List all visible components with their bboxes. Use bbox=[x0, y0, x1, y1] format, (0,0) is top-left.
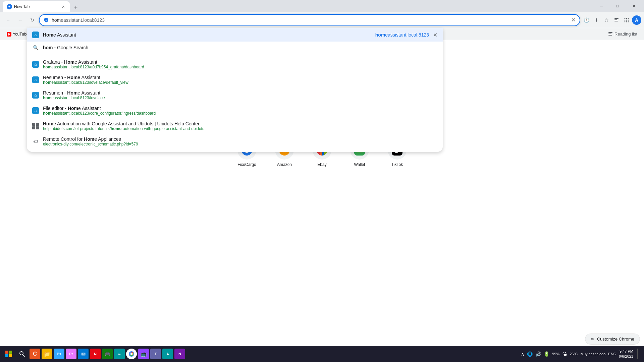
taskbar-gamepass[interactable]: 🎮 bbox=[102, 349, 113, 359]
taskbar-chrome[interactable] bbox=[126, 349, 137, 359]
network-icon[interactable]: 🌐 bbox=[527, 351, 533, 357]
omni-remote-url: electronics-diy.com/electronic_schematic… bbox=[43, 142, 437, 146]
battery-percent: 99% bbox=[552, 352, 559, 356]
taskbar: C 📁 Ps Pr ✉ N 🎮 ∞ 📺 T A bbox=[0, 346, 644, 362]
omnibox-dropdown: Home Assistant homeassistant.local:8123 … bbox=[27, 28, 443, 152]
reading-list-button[interactable]: Reading list bbox=[605, 30, 640, 38]
svg-rect-13 bbox=[608, 34, 611, 34]
shortcut-ebay-label: Ebay bbox=[317, 162, 326, 167]
taskbar-premiere[interactable]: Pr bbox=[66, 349, 76, 359]
taskbar-file-explorer[interactable]: 📁 bbox=[42, 349, 52, 359]
close-button[interactable]: ✕ bbox=[626, 1, 641, 11]
taskbar-netflix[interactable]: N bbox=[90, 349, 101, 359]
omni-ha-icon-fileeditor bbox=[32, 107, 39, 114]
svg-point-9 bbox=[625, 21, 626, 22]
reading-list-label: Reading list bbox=[614, 32, 637, 37]
omni-search-text: hom - Google Search bbox=[43, 45, 437, 50]
system-tray-expand[interactable]: ∧ bbox=[521, 351, 524, 357]
omni-selected-item[interactable]: Home Assistant homeassistant.local:8123 … bbox=[27, 28, 443, 42]
volume-icon[interactable]: 🔊 bbox=[535, 351, 541, 357]
bookmark-youtube-label: YouTube bbox=[13, 32, 29, 37]
reading-list-icon[interactable] bbox=[612, 15, 621, 25]
svg-point-10 bbox=[626, 21, 627, 22]
omni-item-homeauto[interactable]: Home Automation with Google Assistant an… bbox=[27, 118, 443, 134]
downloads-icon[interactable]: ⬇ bbox=[592, 15, 601, 25]
clock-date: 9/6/2021 bbox=[619, 354, 633, 359]
completion-text: eassistant.local:8123 bbox=[61, 17, 105, 23]
shortcut-tiktok-label: TikTok bbox=[391, 162, 403, 167]
address-bar[interactable]: homeassistant.local:8123 ✕ bbox=[39, 14, 580, 26]
omni-close-button[interactable]: ✕ bbox=[433, 32, 437, 38]
tab-favicon: ✦ bbox=[7, 4, 12, 9]
taskbar-onenote[interactable]: N bbox=[174, 349, 185, 359]
omni-item-resumen1[interactable]: Resumen - Home Assistant homeassistant.l… bbox=[27, 72, 443, 87]
new-tab-button[interactable]: + bbox=[71, 3, 80, 12]
window-controls: ─ □ ✕ bbox=[594, 1, 641, 11]
omni-ha-icon-resumen1 bbox=[32, 76, 39, 83]
omni-grafana-title: Grafana - Home Assistant bbox=[43, 59, 437, 65]
tab-close-button[interactable]: ✕ bbox=[60, 4, 66, 9]
history-icon[interactable]: 🕐 bbox=[582, 15, 591, 25]
battery-icon[interactable]: 🔋 bbox=[544, 351, 549, 357]
bookmarks-icon[interactable]: ☆ bbox=[602, 15, 611, 25]
svg-point-8 bbox=[628, 19, 629, 20]
address-clear-button[interactable]: ✕ bbox=[571, 17, 576, 23]
taskbar-twitch[interactable]: 📺 bbox=[138, 349, 149, 359]
address-text[interactable]: homeassistant.local:8123 bbox=[52, 17, 569, 23]
taskbar-search-button[interactable] bbox=[16, 348, 28, 360]
apps-icon[interactable] bbox=[622, 15, 631, 25]
taskbar-cortana[interactable]: C bbox=[30, 349, 40, 359]
omni-grafana-url: homeassistant.local:8123/a0d7b954_grafan… bbox=[43, 65, 437, 69]
customize-chrome-button[interactable]: ✏ Customize Chrome bbox=[585, 334, 640, 345]
taskbar-arduino[interactable]: ∞ bbox=[114, 349, 125, 359]
omni-fileeditor-url: homeassistant.local:8123/core_configurat… bbox=[43, 111, 437, 116]
omni-item-resumen2[interactable]: Resumen - Home Assistant homeassistant.l… bbox=[27, 87, 443, 103]
start-button[interactable] bbox=[3, 348, 15, 360]
omni-selected-url: homeassistant.local:8123 bbox=[375, 32, 429, 38]
forward-button[interactable]: → bbox=[15, 15, 25, 25]
svg-point-3 bbox=[625, 18, 626, 19]
weather-temp: 26°C bbox=[570, 352, 578, 356]
svg-line-22 bbox=[23, 355, 24, 356]
svg-rect-18 bbox=[9, 351, 12, 354]
omni-resumen2-title: Resumen - Home Assistant bbox=[43, 90, 437, 96]
shortcut-amazon-label: Amazon bbox=[277, 162, 292, 167]
omni-item-remotecontrol[interactable]: 🏷 Remote Control for Home Appliances ele… bbox=[27, 134, 443, 149]
svg-point-5 bbox=[628, 18, 629, 19]
show-desktop-button[interactable] bbox=[637, 349, 639, 359]
omni-resumen1-url: homeassistant.local:8123/lovelace/defaul… bbox=[43, 80, 437, 85]
active-tab[interactable]: ✦ New Tab ✕ bbox=[3, 1, 70, 12]
taskbar-photoshop[interactable]: Ps bbox=[54, 349, 64, 359]
taskbar-teams[interactable]: T bbox=[150, 349, 161, 359]
refresh-button[interactable]: ↻ bbox=[27, 15, 38, 25]
omni-selected-title: Home Assistant bbox=[43, 32, 371, 38]
taskbar-outlook[interactable]: ✉ bbox=[78, 349, 89, 359]
weather-icon[interactable]: 🌤 bbox=[562, 351, 567, 357]
youtube-favicon-icon bbox=[7, 32, 11, 37]
svg-point-25 bbox=[130, 353, 132, 355]
omni-remote-title: Remote Control for Home Appliances bbox=[43, 136, 437, 142]
svg-rect-19 bbox=[5, 354, 8, 357]
svg-point-7 bbox=[626, 19, 627, 20]
omni-item-grafana[interactable]: Grafana - Home Assistant homeassistant.l… bbox=[27, 57, 443, 72]
taskbar-arduino2[interactable]: A bbox=[162, 349, 173, 359]
omni-grid-icon-homeauto bbox=[32, 123, 39, 129]
weather-desc: Muy despejado bbox=[581, 352, 606, 356]
shortcut-wallet-label: Wallet bbox=[354, 162, 365, 167]
profile-avatar[interactable]: A bbox=[632, 15, 641, 25]
omni-item-fileeditor[interactable]: File editor - Home Assistant homeassista… bbox=[27, 103, 443, 118]
svg-rect-14 bbox=[608, 35, 612, 36]
omni-fileeditor-title: File editor - Home Assistant bbox=[43, 106, 437, 111]
shortcut-fixocargo-label: FixoCargo bbox=[237, 162, 256, 167]
omni-tag-icon-remote: 🏷 bbox=[32, 138, 39, 145]
clock[interactable]: 9:47 PM 9/6/2021 bbox=[619, 349, 633, 359]
keyboard-lang[interactable]: ENG bbox=[608, 352, 616, 356]
omni-google-search[interactable]: 🔍 hom - Google Search bbox=[27, 42, 443, 54]
minimize-button[interactable]: ─ bbox=[594, 1, 609, 11]
maximize-button[interactable]: □ bbox=[610, 1, 625, 11]
omni-homeauto-url: help.ubidots.com/iot-projects-tutorials/… bbox=[43, 126, 437, 131]
tab-title: New Tab bbox=[14, 4, 58, 9]
omni-homeauto-title: Home Automation with Google Assistant an… bbox=[43, 121, 437, 126]
svg-rect-20 bbox=[9, 354, 12, 357]
back-button[interactable]: ← bbox=[3, 15, 13, 25]
